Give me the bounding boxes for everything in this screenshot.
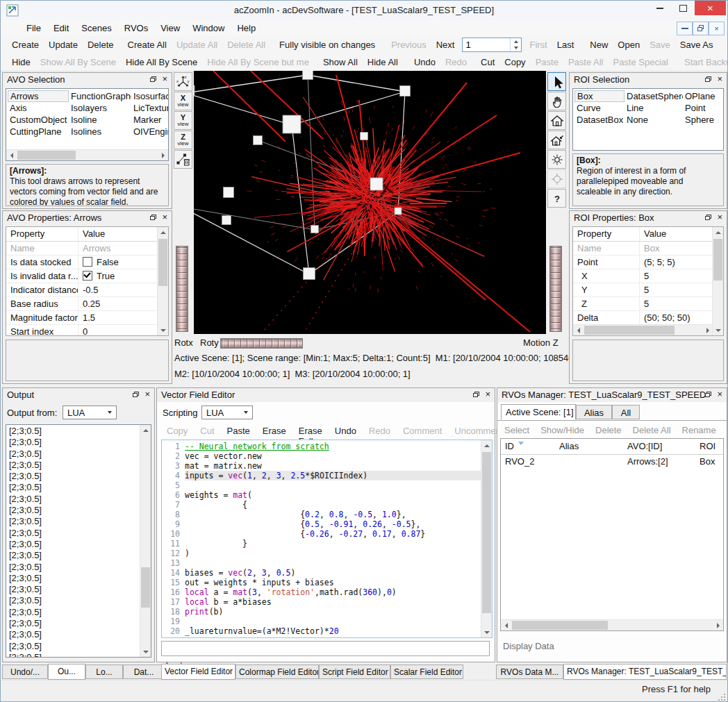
rotx-thumbwheel[interactable] [176,246,188,332]
avo-item-functiongrapher[interactable]: FunctionGrapher [69,90,131,102]
save-button[interactable]: Save [645,37,675,53]
previous-scene-button[interactable]: Previous [386,37,431,53]
console-line[interactable]: [2;3;0.5] [6,618,140,629]
close-button[interactable]: × [695,1,726,15]
property-row[interactable]: Delta(50; 50; 50) [573,311,723,325]
dock-tab-script-field-editor[interactable]: Script Field Editor [319,665,390,679]
dock-tab-rvos-manager[interactable]: RVOs Manager: TEST_LuaScalar9_TEST_... [563,664,727,680]
scene-number-input[interactable] [463,38,510,51]
hide-button[interactable]: Hide [7,54,35,70]
property-row[interactable]: Base radius0.25 [6,297,168,311]
menu-file[interactable]: File [20,20,47,36]
roi-item-box[interactable]: Box [574,90,624,102]
show-all-by-scene-button[interactable]: Show All By Scene [35,54,121,70]
horizontal-scrollbar[interactable] [573,324,713,335]
scrollbar-thumb[interactable] [158,239,167,286]
console-line[interactable]: [2;3;0.5] [6,573,140,584]
vertical-scrollbar[interactable] [481,440,492,637]
avo-item-isolines[interactable]: Isolines [69,126,131,137]
new-button[interactable]: New [585,37,613,53]
console-line[interactable]: [2;3;0.5] [6,641,140,652]
tab-alias[interactable]: Alias [576,405,612,419]
property-value[interactable]: -0.5 [78,283,168,296]
save-as-button[interactable]: Save As [675,37,718,53]
float-panel-icon[interactable] [150,215,156,220]
tab-all[interactable]: All [612,405,640,419]
display-data-label[interactable]: Display Data [503,641,554,651]
expression-input[interactable] [161,641,490,656]
mdi-restore-button[interactable] [693,22,709,35]
property-value[interactable]: 0 [78,325,168,336]
pointer-tool-button[interactable] [547,72,566,91]
property-row[interactable]: X5 [573,269,723,283]
view-all-button[interactable] [547,150,566,169]
property-row[interactable]: Point(5; 5; 5) [573,256,723,269]
tab-active-scene[interactable]: Active Scene: [1] [501,404,576,420]
first-scene-button[interactable]: First [524,37,552,53]
float-panel-icon[interactable] [473,392,479,397]
menu-scenes[interactable]: Scenes [75,20,117,36]
mdi-minimize-button[interactable] [677,22,693,35]
vertical-scrollbar[interactable] [712,227,723,335]
property-row[interactable]: Start index0 [6,325,168,336]
start-backward-button[interactable]: Start Backward [679,54,728,70]
hide-all-button[interactable]: Hide All [363,54,403,70]
close-panel-icon[interactable]: × [717,76,722,83]
property-value[interactable]: True [78,269,168,283]
menu-help[interactable]: Help [231,20,262,36]
undo-button[interactable]: Undo [409,54,440,70]
scrollbar-thumb[interactable] [482,452,491,613]
property-value[interactable]: 5 [640,283,723,296]
property-row[interactable]: Is data stockedFalse [6,256,168,269]
console-line[interactable]: [2;3;0.5] [6,607,140,618]
console-line[interactable]: [2;3;0.5] [6,449,140,460]
dock-tab-colormap-field-editor[interactable]: Colormap Field Editor [235,665,319,679]
output-source-dropdown[interactable]: LUA [63,406,117,419]
vertical-scrollbar[interactable] [157,227,168,335]
console-line[interactable]: [2;3;0.5] [6,629,140,640]
close-panel-icon[interactable]: × [162,76,167,83]
cut-button[interactable]: Cut [476,54,499,70]
seek-tool-button[interactable] [547,169,566,188]
console-line[interactable]: [2;3;0.5] [6,550,140,561]
delete-all-action[interactable]: Delete All [631,425,672,435]
delete-button[interactable]: Delete [83,37,119,53]
paste-button[interactable]: Paste [531,54,563,70]
roi-item-oplane[interactable]: OPlane [683,90,723,102]
console-line[interactable]: [2;3;0.5] [6,652,140,657]
avo-item-isosurface[interactable]: Isosurfac [131,90,168,102]
scrollbar-thumb[interactable] [141,567,150,608]
roi-item-none[interactable]: None [624,114,683,126]
property-value[interactable]: Box [640,242,723,255]
mdi-close-button[interactable]: × [709,22,725,35]
console-line[interactable]: [2;3;0.5] [6,539,140,550]
motion-z-thumbwheel[interactable] [549,246,562,332]
avo-item-isoline[interactable]: Isoline [69,114,131,126]
property-row[interactable]: Magnitude factor1.5 [6,311,168,325]
roi-item-datasetbox[interactable]: DatasetBox [574,114,624,126]
dock-tab-output[interactable]: Ou... [48,664,85,680]
console-line[interactable]: [2;3;0.5] [6,482,140,493]
property-value[interactable]: Arrows [78,242,168,255]
float-panel-icon[interactable] [133,392,139,397]
avo-item-cuttingplane[interactable]: CuttingPlane [8,126,69,137]
dock-tab-undo[interactable]: Undo/... [2,665,48,679]
console-line[interactable]: [2;3;0.5] [6,460,140,471]
dock-tab-rvos-data[interactable]: RVOs Data M... [496,665,563,679]
close-panel-icon[interactable]: × [717,214,722,221]
float-panel-icon[interactable] [705,392,711,397]
property-row[interactable]: Z5 [573,297,723,311]
avo-type-list[interactable]: Arrows FunctionGrapher Isosurfac Axis Is… [6,88,169,161]
menu-rvos[interactable]: RVOs [118,20,154,36]
measure-line-delete-button[interactable] [174,150,192,169]
last-scene-button[interactable]: Last [552,37,579,53]
avo-item-axis[interactable]: Axis [8,102,69,114]
column-id[interactable]: ID [501,439,559,454]
column-roi[interactable]: ROI [700,439,723,454]
close-panel-icon[interactable]: × [144,391,150,398]
checkbox-icon[interactable] [83,271,92,281]
avo-item-lictexture[interactable]: LicTextur [131,102,168,114]
scrollbar-thumb[interactable] [512,621,608,630]
property-value[interactable]: 5 [640,269,723,283]
roty-thumbwheel[interactable] [220,338,303,349]
